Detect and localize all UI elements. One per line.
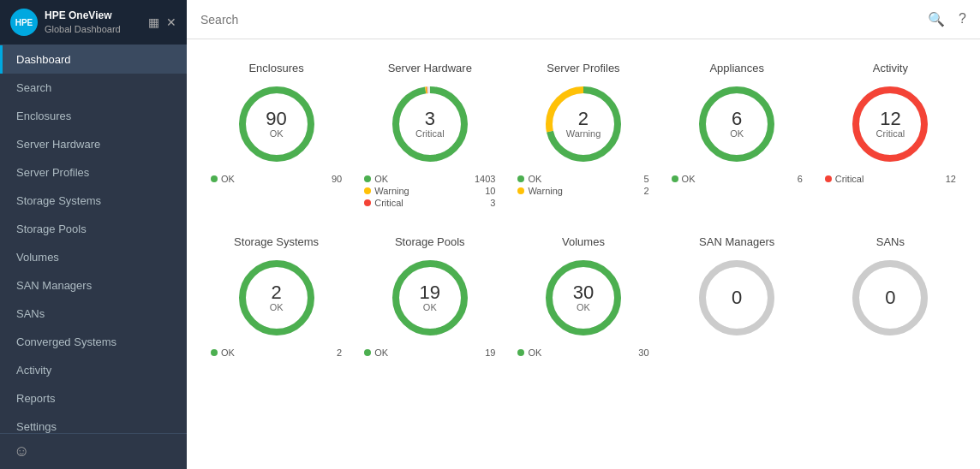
legend-dot [517,187,524,194]
card-storage-pools[interactable]: Storage Pools19OKOK19 [357,227,502,368]
legend-count: 3 [490,198,495,208]
card-status-storage-pools: OK [420,302,440,312]
card-title-appliances: Appliances [709,62,764,74]
card-title-server-profiles: Server Profiles [547,62,619,74]
card-title-server-hardware: Server Hardware [388,62,472,74]
card-num-enclosures: 90 [266,110,286,128]
legend-label: OK [221,174,235,184]
legend-row: OK2 [211,347,342,358]
card-num-storage-systems: 2 [270,283,284,302]
legend-label: Warning [374,186,409,196]
topbar: 🔍 ? [187,0,980,39]
legend-count: 5 [643,174,648,184]
legend-row: OK19 [364,347,495,358]
legend-dot [517,175,524,182]
sidebar-item-activity[interactable]: Activity [0,356,187,384]
sidebar-item-san-managers[interactable]: SAN Managers [0,271,187,300]
card-num-server-profiles: 2 [566,110,601,128]
card-volumes[interactable]: Volumes30OKOK30 [511,227,655,368]
legend-label: Critical [374,198,403,208]
legend-row: Critical12 [825,174,956,184]
card-server-hardware[interactable]: Server Hardware3CriticalOK1403Warning10C… [357,53,502,218]
legend-count: 12 [946,174,956,184]
donut-sans: 0 [847,255,933,341]
donut-enclosures: 90OK [234,81,320,167]
donut-san-managers: 0 [694,255,780,341]
legend-count: 2 [337,347,342,358]
legend-dot [211,175,218,182]
sidebar-item-sans[interactable]: SANs [0,300,187,328]
main-content: 🔍 ? Enclosures90OKOK90Server Hardware3Cr… [187,0,980,469]
card-title-storage-pools: Storage Pools [395,235,465,248]
card-legend-storage-pools: OK19 [364,347,495,359]
help-icon[interactable]: ? [959,11,966,27]
sidebar-item-storage-systems[interactable]: Storage Systems [0,187,187,215]
card-legend-volumes: OK30 [517,347,648,359]
legend-label: OK [374,347,388,358]
legend-count: 90 [332,174,342,184]
sidebar-item-enclosures[interactable]: Enclosures [0,102,187,130]
legend-row: OK30 [517,347,648,358]
card-status-storage-systems: OK [270,302,284,312]
dashboard-grid: Enclosures90OKOK90Server Hardware3Critic… [187,39,980,469]
card-server-profiles[interactable]: Server Profiles2WarningOK5Warning2 [511,53,655,218]
legend-dot [825,175,832,182]
sidebar-footer[interactable]: ☺ [0,433,187,469]
filter-icon[interactable]: ▦ [148,15,159,29]
sidebar-item-converged-systems[interactable]: Converged Systems [0,328,187,356]
card-num-appliances: 6 [730,110,744,128]
legend-dot [364,349,371,356]
app-title: HPE OneView Global Dashboard [45,9,121,35]
sidebar-item-search[interactable]: Search [0,74,187,102]
close-icon[interactable]: ✕ [166,15,176,29]
sidebar-header-icons: ▦ ✕ [148,15,176,29]
legend-row: OK1403 [364,174,495,184]
legend-count: 30 [638,347,648,358]
sidebar-item-server-profiles[interactable]: Server Profiles [0,158,187,187]
card-status-enclosures: OK [266,128,286,139]
donut-storage-systems: 2OK [234,255,320,341]
card-num-activity: 12 [876,110,905,128]
card-activity[interactable]: Activity12CriticalCritical12 [818,53,963,218]
legend-label: OK [221,347,235,358]
sidebar-item-reports[interactable]: Reports [0,384,187,413]
legend-dot [364,187,371,194]
legend-dot [364,175,371,182]
legend-dot [672,175,678,182]
card-san-managers[interactable]: SAN Managers0 [665,227,810,368]
card-status-server-hardware: Critical [415,128,445,139]
donut-activity: 12Critical [847,81,933,167]
card-enclosures[interactable]: Enclosures90OKOK90 [204,53,349,218]
card-appliances[interactable]: Appliances6OKOK6 [665,53,810,218]
legend-label: OK [528,347,541,358]
search-input[interactable] [200,13,457,27]
search-icon[interactable]: 🔍 [928,11,945,27]
sidebar-item-settings[interactable]: Settings [0,413,187,433]
legend-dot [517,349,524,356]
card-storage-systems[interactable]: Storage Systems2OKOK2 [204,227,349,368]
donut-volumes: 30OK [541,255,626,341]
sidebar-item-storage-pools[interactable]: Storage Pools [0,215,187,243]
topbar-icons: 🔍 ? [928,11,966,27]
legend-count: 10 [485,186,495,196]
sidebar-item-dashboard[interactable]: Dashboard [0,45,187,74]
legend-label: OK [374,174,388,184]
card-status-volumes: OK [573,302,594,312]
legend-count: 2 [643,186,648,196]
card-legend-appliances: OK6 [672,174,803,186]
user-icon: ☺ [14,442,29,460]
legend-row: OK5 [517,174,648,184]
legend-dot [364,199,371,206]
app-logo: HPE [10,9,38,36]
card-legend-server-hardware: OK1403Warning10Critical3 [364,174,495,210]
card-title-activity: Activity [873,62,908,74]
sidebar-item-volumes[interactable]: Volumes [0,243,187,271]
donut-storage-pools: 19OK [387,255,473,341]
sidebar-item-server-hardware[interactable]: Server Hardware [0,130,187,158]
legend-row: Warning10 [364,186,495,196]
card-status-activity: Critical [876,128,905,139]
card-legend-enclosures: OK90 [211,174,342,186]
card-title-storage-systems: Storage Systems [234,235,319,248]
card-num-san-managers: 0 [732,288,742,307]
card-sans[interactable]: SANs0 [818,227,963,368]
